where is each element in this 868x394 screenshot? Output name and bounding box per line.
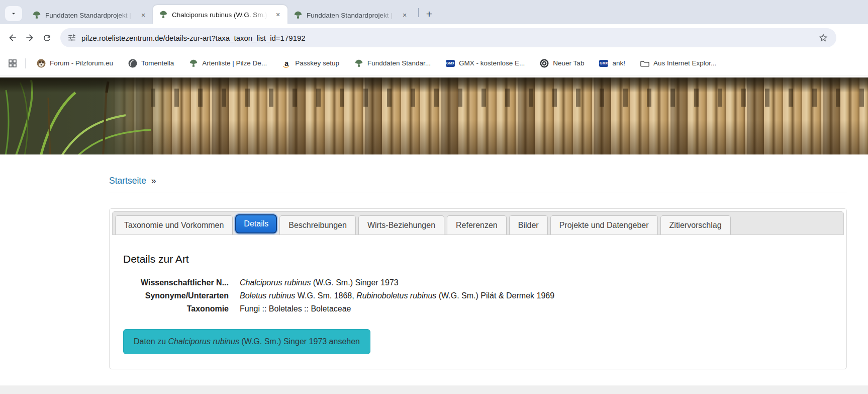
- bookmark-label: Aus Internet Explor...: [653, 59, 716, 67]
- row-value: Fungi :: Boletales :: Boletaceae: [240, 302, 351, 316]
- breadcrumb-divider: [109, 193, 847, 193]
- mushroom-favicon: [189, 59, 198, 68]
- row-label: Synonyme/Unterarten: [123, 289, 229, 302]
- row-synonyms: Synonyme/Unterarten Boletus rubinus W.G.…: [123, 289, 844, 302]
- synonym-citation: W.G. Sm. 1868,: [295, 291, 356, 300]
- site-settings-icon[interactable]: [67, 33, 76, 42]
- author-citation: (W.G. Sm.) Singer 1973: [311, 278, 398, 287]
- detail-tab-bar: Taxonomie und Vorkommen Details Beschrei…: [112, 211, 844, 235]
- gmx-favicon: GMX: [446, 60, 455, 67]
- mushroom-favicon: [354, 59, 363, 68]
- tab-separator: [418, 8, 419, 17]
- synonym-name-italic: Boletus rubinus: [240, 291, 295, 300]
- browser-tab-strip: Funddaten Standardprojekt | Pil ✕ Chalci…: [0, 0, 868, 24]
- synonym-name-italic: Rubinoboletus rubinus: [356, 291, 436, 300]
- folder-icon: [640, 59, 649, 68]
- bookmark-passkey[interactable]: a Passkey setup: [278, 55, 343, 71]
- breadcrumb-home-link[interactable]: Startseite: [109, 176, 146, 186]
- detail-rows: Wissenschaftlicher N... Chalciporus rubi…: [123, 276, 844, 316]
- bookmark-folder-internet-explorer[interactable]: Aus Internet Explor...: [636, 55, 720, 71]
- bookmark-label: GMX - kostenlose E...: [459, 59, 525, 67]
- back-button[interactable]: [4, 29, 21, 46]
- bookmark-star-button[interactable]: [816, 31, 830, 45]
- tab-referenzen[interactable]: Referenzen: [447, 215, 507, 234]
- browser-window: Funddaten Standardprojekt | Pil ✕ Chalci…: [0, 0, 868, 394]
- header-banner-photo: [0, 77, 868, 154]
- page-footer-strip: [0, 385, 868, 394]
- browser-tab-title: Chalciporus rubinus (W.G. Sm.): [172, 11, 269, 19]
- species-detail-panel: Taxonomie und Vorkommen Details Beschrei…: [109, 208, 847, 369]
- address-bar[interactable]: pilze.rotelistezentrum.de/details-zur-ar…: [60, 28, 836, 47]
- synonym-citation: (W.G. Sm.) Pilát & Dermek 1969: [436, 291, 554, 300]
- url-text[interactable]: pilze.rotelistezentrum.de/details-zur-ar…: [81, 34, 816, 42]
- breadcrumb-separator: »: [151, 176, 156, 186]
- bookmark-label: Tomentella: [141, 59, 174, 67]
- bookmark-tomentella[interactable]: Tomentella: [124, 55, 178, 71]
- section-heading: Details zur Art: [123, 253, 844, 265]
- forward-button[interactable]: [21, 29, 38, 46]
- tab-close-icon[interactable]: ✕: [400, 11, 409, 20]
- bookmark-label: ank!: [612, 59, 625, 67]
- amazon-favicon: a: [282, 59, 291, 68]
- apps-grid-button[interactable]: [4, 55, 21, 72]
- browser-tab-2-active[interactable]: Chalciporus rubinus (W.G. Sm.) ✕: [153, 5, 287, 24]
- bookmark-label: Neuer Tab: [553, 59, 584, 67]
- bookmark-artenliste[interactable]: Artenliste | Pilze De...: [185, 55, 271, 71]
- mushroom-favicon: [294, 11, 303, 20]
- browser-tab-title: Funddaten Standardprojekt | Pil: [45, 12, 135, 19]
- browser-tab-1[interactable]: Funddaten Standardprojekt | Pil ✕: [26, 6, 153, 24]
- row-value: Boletus rubinus W.G. Sm. 1868, Rubinobol…: [240, 289, 554, 302]
- star-icon: [818, 33, 828, 43]
- tab-beschreibungen[interactable]: Beschreibungen: [279, 215, 356, 234]
- view-data-button[interactable]: Daten zu Chalciporus rubinus (W.G. Sm.) …: [123, 329, 370, 354]
- row-taxonomy: Taxonomie Fungi :: Boletales :: Boletace…: [123, 302, 844, 316]
- page-viewport: Startseite » Taxonomie und Vorkommen Det…: [0, 75, 868, 394]
- bookmark-funddaten[interactable]: Funddaten Standar...: [350, 55, 435, 71]
- bookmark-ank[interactable]: GMX ank!: [595, 55, 629, 71]
- species-name-italic: Chalciporus rubinus: [240, 278, 311, 287]
- bookmark-gmx[interactable]: GMX GMX - kostenlose E...: [442, 55, 529, 71]
- row-label: Wissenschaftlicher N...: [123, 276, 229, 289]
- bookmark-neuer-tab[interactable]: Neuer Tab: [536, 55, 588, 71]
- reload-icon: [42, 33, 52, 43]
- tomentella-favicon: [128, 59, 137, 68]
- mushroom-favicon: [159, 10, 168, 19]
- page-content: Startseite » Taxonomie und Vorkommen Det…: [109, 176, 847, 369]
- mushroom-favicon: [32, 11, 41, 20]
- browser-tab-title: Funddaten Standardprojekt | Pil: [307, 12, 396, 19]
- button-text: Daten zu: [134, 337, 168, 346]
- row-label: Taxonomie: [123, 302, 229, 316]
- tab-projekte-und-datengeber[interactable]: Projekte und Datengeber: [550, 215, 658, 234]
- gmx-favicon: GMX: [599, 60, 608, 67]
- tab-zitiervorschlag[interactable]: Zitiervorschlag: [660, 215, 731, 234]
- bookmark-label: Funddaten Standar...: [367, 59, 431, 67]
- tab-bilder[interactable]: Bilder: [509, 215, 548, 234]
- tab-wirts-beziehungen[interactable]: Wirts-Beziehungen: [358, 215, 444, 234]
- bookmarks-bar: Forum - Pilzforum.eu Tomentella Artenlis…: [0, 51, 868, 75]
- breadcrumb: Startseite »: [109, 176, 847, 186]
- tab-search-button[interactable]: [5, 6, 22, 21]
- pilzforum-favicon: [37, 59, 46, 68]
- apps-grid-icon: [8, 59, 17, 68]
- banner-top-shadow: [0, 77, 868, 93]
- browser-tab-3[interactable]: Funddaten Standardprojekt | Pil ✕: [287, 6, 414, 24]
- tab-details[interactable]: Details: [235, 214, 277, 233]
- tab-close-icon[interactable]: ✕: [273, 10, 282, 19]
- tab-close-icon[interactable]: ✕: [139, 11, 148, 20]
- bookmark-label: Passkey setup: [295, 59, 339, 67]
- detail-tab-content: Details zur Art Wissenschaftlicher N... …: [112, 253, 844, 366]
- reload-button[interactable]: [38, 29, 55, 46]
- bookmark-pilzforum[interactable]: Forum - Pilzforum.eu: [33, 55, 117, 71]
- neuer-tab-favicon: [540, 59, 549, 68]
- forward-arrow-icon: [25, 33, 35, 43]
- tab-taxonomie-und-vorkommen[interactable]: Taxonomie und Vorkommen: [115, 215, 233, 234]
- chevron-down-icon: [10, 10, 17, 17]
- back-arrow-icon: [8, 33, 18, 43]
- bookmark-label: Forum - Pilzforum.eu: [50, 59, 113, 67]
- row-value: Chalciporus rubinus (W.G. Sm.) Singer 19…: [240, 276, 399, 289]
- bookmarks-separator: [25, 58, 26, 68]
- new-tab-button[interactable]: +: [422, 6, 437, 21]
- browser-toolbar: pilze.rotelistezentrum.de/details-zur-ar…: [0, 24, 868, 51]
- button-species-italic: Chalciporus rubinus: [168, 337, 239, 346]
- button-text: (W.G. Sm.) Singer 1973 ansehen: [239, 337, 360, 346]
